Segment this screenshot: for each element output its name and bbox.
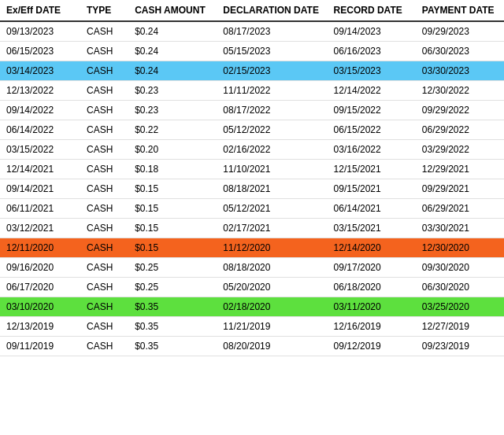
table-row: 12/13/2022CASH$0.2311/11/202212/14/20221…: [0, 81, 504, 101]
cell-cash: $0.24: [128, 42, 217, 61]
cell-payment: 03/30/2023: [416, 61, 504, 81]
cell-cash: $0.18: [128, 160, 217, 179]
cell-record: 09/15/2022: [328, 101, 416, 120]
cell-exeff: 03/15/2022: [0, 140, 80, 160]
cell-exeff: 09/11/2019: [0, 337, 80, 356]
cell-decl: 05/12/2021: [217, 199, 327, 219]
cell-cash: $0.23: [128, 81, 217, 101]
cell-type: CASH: [80, 42, 128, 61]
cell-type: CASH: [80, 199, 128, 219]
cell-payment: 12/30/2020: [416, 238, 504, 258]
cell-decl: 05/12/2022: [217, 120, 327, 140]
cell-payment: 12/29/2021: [416, 160, 504, 179]
cell-exeff: 12/14/2021: [0, 160, 80, 179]
cell-payment: 03/29/2022: [416, 140, 504, 160]
cell-record: 03/16/2022: [328, 140, 416, 160]
cell-type: CASH: [80, 337, 128, 356]
cell-type: CASH: [80, 297, 128, 317]
cell-decl: 08/17/2023: [217, 21, 327, 42]
cell-cash: $0.24: [128, 61, 217, 81]
cell-record: 09/15/2021: [328, 179, 416, 199]
header-payment: PAYMENT DATE: [416, 0, 504, 21]
cell-exeff: 06/14/2022: [0, 120, 80, 140]
cell-exeff: 09/13/2023: [0, 21, 80, 42]
table-row: 09/14/2022CASH$0.2308/17/202209/15/20220…: [0, 101, 504, 120]
cell-decl: 11/11/2022: [217, 81, 327, 101]
cell-type: CASH: [80, 238, 128, 258]
table-row: 06/15/2023CASH$0.2405/15/202306/16/20230…: [0, 42, 504, 61]
cell-payment: 06/30/2023: [416, 42, 504, 61]
cell-exeff: 12/13/2019: [0, 317, 80, 337]
cell-decl: 08/18/2021: [217, 179, 327, 199]
cell-decl: 02/17/2021: [217, 219, 327, 238]
cell-cash: $0.15: [128, 179, 217, 199]
cell-record: 09/17/2020: [328, 258, 416, 278]
cell-type: CASH: [80, 258, 128, 278]
table-row: 09/14/2021CASH$0.1508/18/202109/15/20210…: [0, 179, 504, 199]
cell-record: 03/11/2020: [328, 297, 416, 317]
cell-type: CASH: [80, 61, 128, 81]
cell-record: 09/12/2019: [328, 337, 416, 356]
cell-cash: $0.35: [128, 337, 217, 356]
table-row: 03/10/2020CASH$0.3502/18/202003/11/20200…: [0, 297, 504, 317]
cell-record: 06/14/2021: [328, 199, 416, 219]
cell-payment: 03/25/2020: [416, 297, 504, 317]
cell-record: 12/16/2019: [328, 317, 416, 337]
cell-type: CASH: [80, 21, 128, 42]
cell-type: CASH: [80, 219, 128, 238]
cell-type: CASH: [80, 160, 128, 179]
cell-type: CASH: [80, 278, 128, 297]
header-exeff: Ex/Eff DATE: [0, 0, 80, 21]
cell-cash: $0.35: [128, 317, 217, 337]
cell-cash: $0.35: [128, 297, 217, 317]
header-type: TYPE: [80, 0, 128, 21]
cell-cash: $0.15: [128, 219, 217, 238]
cell-payment: 03/30/2021: [416, 219, 504, 238]
cell-exeff: 03/12/2021: [0, 219, 80, 238]
cell-cash: $0.15: [128, 238, 217, 258]
table-row: 03/15/2022CASH$0.2002/16/202203/16/20220…: [0, 140, 504, 160]
cell-exeff: 12/13/2022: [0, 81, 80, 101]
table-row: 06/11/2021CASH$0.1505/12/202106/14/20210…: [0, 199, 504, 219]
table-row: 03/12/2021CASH$0.1502/17/202103/15/20210…: [0, 219, 504, 238]
cell-record: 09/14/2023: [328, 21, 416, 42]
cell-record: 06/18/2020: [328, 278, 416, 297]
cell-payment: 06/29/2021: [416, 199, 504, 219]
table-row: 12/13/2019CASH$0.3511/21/201912/16/20191…: [0, 317, 504, 337]
cell-cash: $0.25: [128, 258, 217, 278]
cell-decl: 02/15/2023: [217, 61, 327, 81]
cell-type: CASH: [80, 317, 128, 337]
cell-record: 12/15/2021: [328, 160, 416, 179]
cell-decl: 11/12/2020: [217, 238, 327, 258]
cell-payment: 06/30/2020: [416, 278, 504, 297]
cell-cash: $0.24: [128, 21, 217, 42]
cell-type: CASH: [80, 179, 128, 199]
cell-type: CASH: [80, 120, 128, 140]
cell-exeff: 12/11/2020: [0, 238, 80, 258]
cell-cash: $0.15: [128, 199, 217, 219]
cell-record: 12/14/2020: [328, 238, 416, 258]
cell-type: CASH: [80, 81, 128, 101]
table-row: 06/17/2020CASH$0.2505/20/202006/18/20200…: [0, 278, 504, 297]
cell-payment: 09/29/2021: [416, 179, 504, 199]
cell-type: CASH: [80, 101, 128, 120]
cell-payment: 09/30/2020: [416, 258, 504, 278]
cell-decl: 02/16/2022: [217, 140, 327, 160]
header-cash: CASH AMOUNT: [128, 0, 217, 21]
cell-exeff: 06/15/2023: [0, 42, 80, 61]
cell-decl: 02/18/2020: [217, 297, 327, 317]
cell-record: 03/15/2021: [328, 219, 416, 238]
cell-record: 12/14/2022: [328, 81, 416, 101]
cell-payment: 06/29/2022: [416, 120, 504, 140]
cell-cash: $0.23: [128, 101, 217, 120]
cell-decl: 08/18/2020: [217, 258, 327, 278]
cell-exeff: 03/14/2023: [0, 61, 80, 81]
header-record: RECORD DATE: [328, 0, 416, 21]
cell-cash: $0.25: [128, 278, 217, 297]
cell-exeff: 09/14/2021: [0, 179, 80, 199]
cell-record: 03/15/2023: [328, 61, 416, 81]
cell-exeff: 06/17/2020: [0, 278, 80, 297]
cell-record: 06/16/2023: [328, 42, 416, 61]
table-row: 03/14/2023CASH$0.2402/15/202303/15/20230…: [0, 61, 504, 81]
cell-payment: 12/27/2019: [416, 317, 504, 337]
